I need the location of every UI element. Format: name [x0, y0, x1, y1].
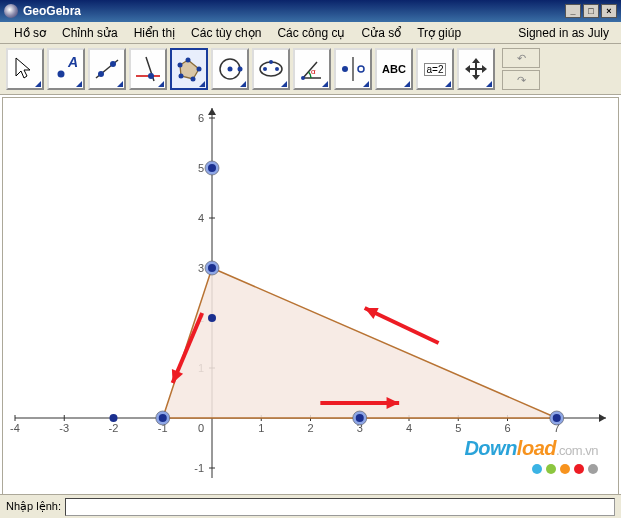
svg-text:-4: -4 — [10, 422, 20, 434]
watermark-dots — [532, 464, 598, 474]
menu-edit[interactable]: Chỉnh sửa — [54, 24, 126, 42]
input-bar: Nhập lệnh: — [0, 494, 621, 518]
toolbar: A α ABC a=2 ↶ ↷ — [0, 44, 621, 95]
svg-point-74 — [159, 414, 167, 422]
svg-point-76 — [553, 414, 561, 422]
svg-point-9 — [186, 58, 191, 63]
svg-text:6: 6 — [198, 112, 204, 124]
close-button[interactable]: × — [601, 4, 617, 18]
svg-text:5: 5 — [455, 422, 461, 434]
tool-slider[interactable]: a=2 — [416, 48, 454, 90]
app-icon — [4, 4, 18, 18]
reflect-icon — [338, 54, 368, 84]
redo-icon: ↷ — [517, 74, 526, 87]
tool-point[interactable]: A — [47, 48, 85, 90]
angle-icon: α — [297, 54, 327, 84]
menu-tools[interactable]: Các công cụ — [269, 24, 353, 42]
perpendicular-icon — [133, 54, 163, 84]
slider-icon: a=2 — [424, 63, 447, 76]
svg-text:2: 2 — [307, 422, 313, 434]
tool-polygon[interactable] — [170, 48, 208, 90]
tool-circle[interactable] — [211, 48, 249, 90]
svg-text:α: α — [311, 67, 316, 76]
svg-point-3 — [98, 71, 104, 77]
svg-point-13 — [178, 63, 183, 68]
svg-point-16 — [238, 67, 243, 72]
svg-point-7 — [148, 73, 154, 79]
polygon-icon — [174, 54, 204, 84]
cursor-icon — [10, 54, 40, 84]
svg-point-80 — [110, 414, 118, 422]
svg-point-15 — [228, 67, 233, 72]
svg-text:5: 5 — [198, 162, 204, 174]
svg-point-79 — [208, 314, 216, 322]
svg-point-0 — [58, 71, 65, 78]
tool-move[interactable] — [6, 48, 44, 90]
menu-options[interactable]: Các tùy chọn — [183, 24, 269, 42]
tool-angle[interactable]: α — [293, 48, 331, 90]
tool-text[interactable]: ABC — [375, 48, 413, 90]
svg-point-70 — [208, 164, 216, 172]
svg-text:A: A — [67, 54, 78, 70]
window-titlebar: GeoGebra _ □ × — [0, 0, 621, 22]
svg-text:4: 4 — [198, 212, 204, 224]
graphics-view[interactable]: -4-3-2-11234567-11234560 Download.com.vn — [2, 97, 619, 497]
svg-point-78 — [356, 414, 364, 422]
tool-line[interactable] — [88, 48, 126, 90]
menubar: Hồ sơ Chỉnh sửa Hiển thị Các tùy chọn Cá… — [0, 22, 621, 44]
tool-perpendicular[interactable] — [129, 48, 167, 90]
point-icon: A — [51, 54, 81, 84]
command-input[interactable] — [65, 498, 615, 516]
svg-text:-1: -1 — [194, 462, 204, 474]
window-title: GeoGebra — [23, 4, 565, 18]
input-label: Nhập lệnh: — [6, 500, 61, 513]
tool-reflect[interactable] — [334, 48, 372, 90]
window-buttons: _ □ × — [565, 4, 617, 18]
svg-text:3: 3 — [198, 262, 204, 274]
undo-icon: ↶ — [517, 52, 526, 65]
minimize-button[interactable]: _ — [565, 4, 581, 18]
maximize-button[interactable]: □ — [583, 4, 599, 18]
menu-window[interactable]: Cửa sổ — [353, 24, 409, 42]
line-icon — [92, 54, 122, 84]
undo-button[interactable]: ↶ — [502, 48, 540, 68]
menu-help[interactable]: Trợ giúp — [409, 24, 469, 42]
circle-icon — [215, 54, 245, 84]
svg-point-11 — [191, 77, 196, 82]
svg-point-4 — [110, 61, 116, 67]
svg-text:1: 1 — [258, 422, 264, 434]
svg-point-12 — [179, 74, 184, 79]
redo-button[interactable]: ↷ — [502, 70, 540, 90]
svg-marker-65 — [163, 268, 557, 418]
svg-text:-3: -3 — [59, 422, 69, 434]
svg-text:0: 0 — [198, 422, 204, 434]
menu-file[interactable]: Hồ sơ — [6, 24, 54, 42]
svg-point-19 — [275, 67, 279, 71]
watermark: Download.com.vn — [464, 437, 598, 460]
tool-move-view[interactable] — [457, 48, 495, 90]
svg-point-18 — [263, 67, 267, 71]
text-icon: ABC — [382, 63, 406, 75]
svg-point-10 — [197, 67, 202, 72]
svg-point-25 — [358, 66, 364, 72]
svg-point-72 — [208, 264, 216, 272]
svg-point-22 — [301, 76, 305, 80]
ellipse-icon — [256, 54, 286, 84]
svg-point-20 — [269, 60, 273, 64]
menu-view[interactable]: Hiển thị — [126, 24, 183, 42]
svg-text:6: 6 — [504, 422, 510, 434]
signin-status[interactable]: Signed in as July — [512, 24, 615, 42]
svg-text:-2: -2 — [109, 422, 119, 434]
svg-text:4: 4 — [406, 422, 412, 434]
tool-ellipse[interactable] — [252, 48, 290, 90]
svg-point-24 — [342, 66, 348, 72]
move-view-icon — [461, 54, 491, 84]
